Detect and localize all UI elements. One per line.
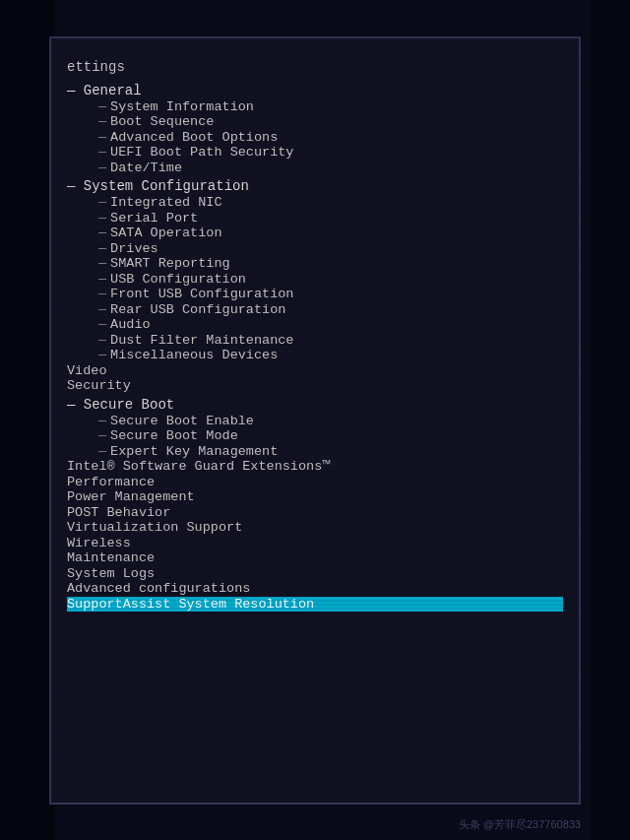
- dash: —: [98, 273, 106, 287]
- dash: —: [98, 288, 106, 301]
- item-rear-usb-configuration[interactable]: — Rear USB Configuration: [67, 302, 563, 318]
- dash: —: [98, 162, 106, 175]
- dash: —: [98, 257, 106, 271]
- item-post-behavior[interactable]: POST Behavior: [67, 505, 563, 521]
- item-performance[interactable]: Performance: [67, 475, 563, 490]
- item-video[interactable]: Video: [67, 363, 563, 379]
- item-usb-configuration[interactable]: — USB Configuration: [67, 272, 563, 288]
- section-secure-boot[interactable]: — Secure Boot: [67, 398, 563, 412]
- item-dust-filter-maintenance[interactable]: — Dust Filter Maintenance: [67, 333, 563, 349]
- bios-panel: ettings — General — System Information —…: [49, 36, 581, 805]
- item-uefi-boot-path-security[interactable]: — UEFI Boot Path Security: [67, 145, 563, 161]
- left-edge: [0, 0, 54, 840]
- item-supportassist-system-resolution[interactable]: SupportAssist System Resolution: [67, 597, 563, 613]
- dash: —: [98, 115, 106, 129]
- dash: —: [98, 242, 106, 256]
- top-label: ettings: [67, 56, 563, 80]
- item-wireless[interactable]: Wireless: [67, 536, 563, 551]
- dash: —: [98, 318, 106, 332]
- item-system-logs[interactable]: System Logs: [67, 566, 563, 582]
- dash: —: [98, 196, 106, 210]
- item-advanced-configurations[interactable]: Advanced configurations: [67, 581, 563, 597]
- item-advanced-boot-options[interactable]: — Advanced Boot Options: [67, 130, 563, 146]
- section-system-configuration[interactable]: — System Configuration: [67, 179, 563, 193]
- item-serial-port[interactable]: — Serial Port: [67, 211, 563, 226]
- item-expert-key-management[interactable]: — Expert Key Management: [67, 444, 563, 460]
- right-edge: [591, 0, 630, 840]
- item-maintenance[interactable]: Maintenance: [67, 550, 563, 566]
- item-boot-sequence[interactable]: — Boot Sequence: [67, 114, 563, 130]
- item-integrated-nic[interactable]: — Integrated NIC: [67, 195, 563, 211]
- item-drives[interactable]: — Drives: [67, 241, 563, 257]
- item-miscellaneous-devices[interactable]: — Miscellaneous Devices: [67, 348, 563, 363]
- item-virtualization-support[interactable]: Virtualization Support: [67, 520, 563, 536]
- dash: —: [98, 131, 106, 145]
- section-general[interactable]: — General: [67, 84, 563, 97]
- dash: —: [98, 429, 106, 443]
- item-intel-software-guard[interactable]: Intel® Software Guard Extensions™: [67, 459, 563, 475]
- item-sata-operation[interactable]: — SATA Operation: [67, 226, 563, 241]
- dash: —: [98, 146, 106, 160]
- item-secure-boot-enable[interactable]: — Secure Boot Enable: [67, 414, 563, 429]
- item-security[interactable]: Security: [67, 378, 563, 394]
- watermark: 头条 @芳菲尽237760833: [459, 817, 581, 832]
- dash: —: [98, 334, 106, 348]
- item-secure-boot-mode[interactable]: — Secure Boot Mode: [67, 428, 563, 444]
- item-audio[interactable]: — Audio: [67, 317, 563, 333]
- dash: —: [98, 226, 106, 240]
- dash: —: [98, 445, 106, 459]
- dash: —: [98, 212, 106, 226]
- item-front-usb-configuration[interactable]: — Front USB Configuration: [67, 287, 563, 302]
- item-system-information[interactable]: — System Information: [67, 99, 563, 115]
- item-smart-reporting[interactable]: — SMART Reporting: [67, 256, 563, 272]
- bios-screen: ettings — General — System Information —…: [0, 0, 630, 840]
- item-power-management[interactable]: Power Management: [67, 489, 563, 505]
- menu-area: ettings — General — System Information —…: [51, 48, 579, 620]
- dash: —: [98, 415, 106, 428]
- dash: —: [98, 303, 106, 317]
- dash: —: [98, 100, 106, 114]
- item-date-time[interactable]: — Date/Time: [67, 161, 563, 176]
- dash: —: [98, 349, 106, 362]
